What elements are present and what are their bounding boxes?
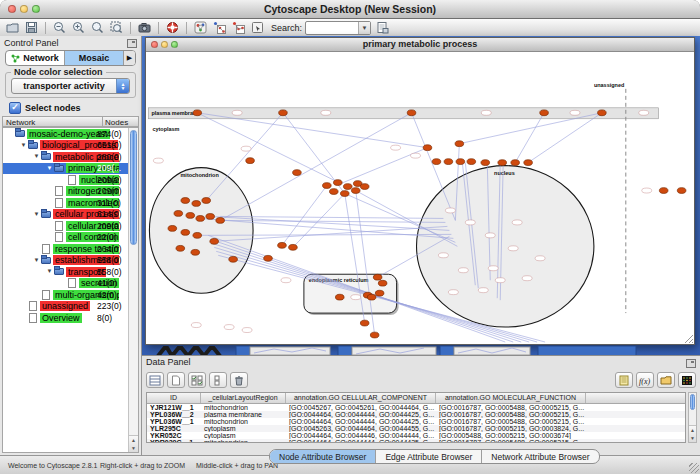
network-node[interactable] (193, 110, 202, 116)
network-node[interactable] (373, 274, 382, 280)
network-node[interactable] (202, 198, 211, 204)
network-node[interactable] (367, 294, 376, 300)
table-row[interactable]: YJR121W__1mitochondrion[GO:0045267, GO:0… (147, 404, 685, 411)
tree-row[interactable]: response to stimulu264(0) (3, 243, 138, 255)
table-scrollbar[interactable]: ▲▼ (688, 392, 697, 443)
network-node[interactable] (330, 189, 339, 195)
network-node[interactable] (335, 294, 344, 300)
network-node[interactable] (264, 255, 273, 261)
network-node[interactable] (378, 280, 387, 286)
import-annotation-icon[interactable] (212, 20, 227, 35)
new-attribute-icon[interactable] (167, 372, 185, 388)
table-row[interactable]: YKR052Ccytoplasm[GO:0044464, GO:0044446,… (147, 432, 685, 439)
tree-row[interactable]: cellular metabo209(0) (3, 220, 138, 232)
tree-row[interactable]: cell communicat22(0) (3, 232, 138, 244)
expander-icon[interactable]: ▼ (32, 151, 41, 162)
help-icon[interactable] (165, 20, 180, 35)
network-node[interactable] (168, 226, 177, 232)
network-node[interactable] (289, 244, 298, 250)
network-node[interactable] (375, 290, 384, 296)
attribute-batch-icon[interactable] (615, 372, 633, 388)
network-node[interactable] (192, 201, 201, 207)
network-node[interactable] (343, 184, 352, 190)
network-view-window[interactable]: primary metabolic process plasma membran… (145, 37, 695, 345)
network-node[interactable] (370, 332, 379, 338)
scroll-down-icon[interactable]: ▼ (131, 445, 136, 451)
tree-item-label[interactable]: unassigned (40, 301, 90, 311)
attribute-table[interactable]: ID_cellularLayoutRegionannotation.GO CEL… (146, 392, 686, 443)
scroll-up-icon[interactable]: ▲ (690, 427, 695, 433)
tree-row[interactable]: ▼biological_process651(0) (3, 140, 138, 152)
network-node[interactable] (181, 198, 190, 204)
network-node[interactable] (524, 160, 533, 166)
search-input[interactable]: ▼ (305, 21, 371, 35)
network-node[interactable] (210, 238, 219, 244)
column-header[interactable]: _cellularLayoutRegion (201, 393, 286, 403)
unselect-attributes-icon[interactable] (209, 372, 227, 388)
network-node[interactable] (186, 213, 195, 219)
network-node[interactable] (407, 110, 416, 116)
import-attributes-icon[interactable] (657, 372, 675, 388)
network-node[interactable] (340, 191, 349, 197)
network-node[interactable] (174, 211, 183, 217)
tree-row[interactable]: multi-organism pro42(0) (3, 289, 138, 301)
network-node[interactable] (498, 160, 507, 166)
minimize-window-icon[interactable] (20, 5, 28, 13)
open-icon[interactable] (5, 20, 20, 35)
column-header[interactable]: ID (147, 393, 201, 403)
table-scrollbar-buttons[interactable]: ▲▼ (689, 425, 696, 442)
tab-node-attribute-browser[interactable]: Node Attribute Browser (270, 450, 376, 463)
expander-icon[interactable]: ▼ (45, 163, 54, 174)
view-resize-grip[interactable] (684, 334, 694, 344)
tab-network[interactable]: Network (6, 51, 65, 65)
tree-scrollbar-buttons[interactable]: ▲▼ (129, 435, 138, 452)
tree-row[interactable]: nitrogen compo209(0) (3, 186, 138, 198)
tree-row[interactable]: macromolecule311(0) (3, 197, 138, 209)
network-node[interactable] (333, 180, 342, 186)
node-color-dropdown[interactable]: transporter activity ▲▼ (11, 78, 130, 94)
network-node[interactable] (206, 214, 215, 220)
network-node[interactable] (279, 110, 288, 116)
network-node[interactable] (659, 188, 668, 194)
network-node[interactable] (598, 110, 607, 116)
network-node[interactable] (246, 158, 255, 164)
snapshot-icon[interactable] (137, 20, 152, 35)
tree-scrollbar[interactable]: ▲▼ (128, 128, 138, 452)
table-scrollbar-thumb[interactable] (690, 394, 695, 410)
network-node[interactable] (360, 184, 369, 190)
vizmapper-icon[interactable] (193, 20, 208, 35)
nodes-column-header[interactable]: Nodes (103, 117, 138, 126)
tab-mosaic[interactable]: Mosaic (65, 51, 124, 65)
tree-row[interactable]: secretion41(0) (3, 278, 138, 290)
tab-network-attribute-browser[interactable]: Network Attribute Browser (482, 450, 598, 463)
zoom-window-icon[interactable] (32, 5, 40, 13)
select-nodes-checkbox[interactable]: ✓ (9, 102, 21, 114)
network-node[interactable] (432, 159, 441, 165)
attribute-table-icon[interactable] (146, 372, 164, 388)
delete-attribute-icon[interactable] (230, 372, 248, 388)
network-node[interactable] (196, 216, 205, 222)
network-node[interactable] (467, 159, 476, 165)
tab-edge-attribute-browser[interactable]: Edge Attribute Browser (376, 450, 482, 463)
expander-icon[interactable]: ▼ (32, 209, 41, 220)
network-node[interactable] (540, 110, 549, 116)
network-node[interactable] (444, 159, 453, 165)
tree-scrollbar-thumb[interactable] (130, 130, 137, 245)
table-row[interactable]: YLR295Ccytoplasm[GO:0045263, GO:0044464,… (147, 425, 685, 432)
float-panel-icon[interactable] (686, 359, 696, 368)
network-canvas[interactable]: plasma membranecytoplasmmitochondrionnuc… (146, 51, 694, 344)
minimize-view-icon[interactable] (161, 41, 168, 48)
network-node[interactable] (351, 188, 360, 194)
expander-icon[interactable]: ▼ (32, 255, 41, 266)
zoom-fit-icon[interactable] (90, 20, 105, 35)
layout-tool-icon[interactable] (250, 20, 265, 35)
network-node[interactable] (278, 242, 287, 248)
column-header[interactable]: annotation.GO MOLECULAR_FUNCTION (436, 393, 586, 403)
close-window-icon[interactable] (8, 5, 16, 13)
float-panel-icon[interactable] (127, 39, 137, 48)
tree-row[interactable]: nucleobase-209(0) (3, 174, 138, 186)
tree-row[interactable]: ▼primary metabo209(... (3, 163, 138, 175)
network-node[interactable] (423, 145, 432, 151)
close-view-icon[interactable] (151, 41, 158, 48)
expander-icon[interactable]: ▼ (45, 266, 54, 277)
